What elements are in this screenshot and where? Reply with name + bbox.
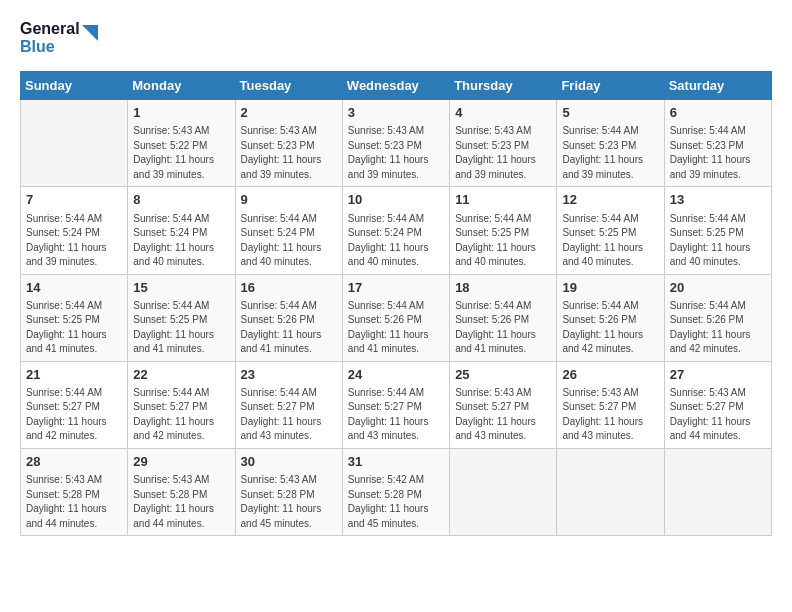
calendar-cell: 18Sunrise: 5:44 AMSunset: 5:26 PMDayligh… xyxy=(450,274,557,361)
calendar-cell: 10Sunrise: 5:44 AMSunset: 5:24 PMDayligh… xyxy=(342,187,449,274)
calendar-cell: 22Sunrise: 5:44 AMSunset: 5:27 PMDayligh… xyxy=(128,361,235,448)
day-number: 19 xyxy=(562,279,658,297)
cell-info: Sunrise: 5:44 AMSunset: 5:26 PMDaylight:… xyxy=(562,299,658,357)
weekday-header: Thursday xyxy=(450,72,557,100)
calendar-week-row: 14Sunrise: 5:44 AMSunset: 5:25 PMDayligh… xyxy=(21,274,772,361)
cell-info: Sunrise: 5:44 AMSunset: 5:23 PMDaylight:… xyxy=(670,124,766,182)
day-number: 21 xyxy=(26,366,122,384)
cell-info: Sunrise: 5:43 AMSunset: 5:27 PMDaylight:… xyxy=(562,386,658,444)
cell-info: Sunrise: 5:43 AMSunset: 5:23 PMDaylight:… xyxy=(348,124,444,182)
calendar-cell: 5Sunrise: 5:44 AMSunset: 5:23 PMDaylight… xyxy=(557,100,664,187)
day-number: 11 xyxy=(455,191,551,209)
logo-chevron-icon xyxy=(80,23,100,53)
day-number: 18 xyxy=(455,279,551,297)
day-number: 10 xyxy=(348,191,444,209)
cell-info: Sunrise: 5:44 AMSunset: 5:27 PMDaylight:… xyxy=(26,386,122,444)
day-number: 2 xyxy=(241,104,337,122)
weekday-header: Wednesday xyxy=(342,72,449,100)
calendar-cell: 27Sunrise: 5:43 AMSunset: 5:27 PMDayligh… xyxy=(664,361,771,448)
logo-graphic: General Blue xyxy=(20,20,100,55)
cell-info: Sunrise: 5:44 AMSunset: 5:25 PMDaylight:… xyxy=(670,212,766,270)
cell-info: Sunrise: 5:44 AMSunset: 5:27 PMDaylight:… xyxy=(133,386,229,444)
calendar-week-row: 21Sunrise: 5:44 AMSunset: 5:27 PMDayligh… xyxy=(21,361,772,448)
day-number: 27 xyxy=(670,366,766,384)
day-number: 3 xyxy=(348,104,444,122)
cell-info: Sunrise: 5:43 AMSunset: 5:23 PMDaylight:… xyxy=(455,124,551,182)
cell-info: Sunrise: 5:43 AMSunset: 5:28 PMDaylight:… xyxy=(133,473,229,531)
cell-info: Sunrise: 5:44 AMSunset: 5:27 PMDaylight:… xyxy=(348,386,444,444)
cell-info: Sunrise: 5:43 AMSunset: 5:28 PMDaylight:… xyxy=(241,473,337,531)
weekday-header: Tuesday xyxy=(235,72,342,100)
day-number: 15 xyxy=(133,279,229,297)
cell-info: Sunrise: 5:44 AMSunset: 5:26 PMDaylight:… xyxy=(455,299,551,357)
calendar-cell: 12Sunrise: 5:44 AMSunset: 5:25 PMDayligh… xyxy=(557,187,664,274)
day-number: 7 xyxy=(26,191,122,209)
day-number: 22 xyxy=(133,366,229,384)
calendar-cell: 17Sunrise: 5:44 AMSunset: 5:26 PMDayligh… xyxy=(342,274,449,361)
page-header: General Blue xyxy=(20,20,772,55)
calendar-cell: 23Sunrise: 5:44 AMSunset: 5:27 PMDayligh… xyxy=(235,361,342,448)
calendar-cell: 3Sunrise: 5:43 AMSunset: 5:23 PMDaylight… xyxy=(342,100,449,187)
calendar-cell: 1Sunrise: 5:43 AMSunset: 5:22 PMDaylight… xyxy=(128,100,235,187)
day-number: 13 xyxy=(670,191,766,209)
calendar-cell: 16Sunrise: 5:44 AMSunset: 5:26 PMDayligh… xyxy=(235,274,342,361)
calendar-table: SundayMondayTuesdayWednesdayThursdayFrid… xyxy=(20,71,772,536)
calendar-cell: 26Sunrise: 5:43 AMSunset: 5:27 PMDayligh… xyxy=(557,361,664,448)
day-number: 26 xyxy=(562,366,658,384)
day-number: 14 xyxy=(26,279,122,297)
day-number: 20 xyxy=(670,279,766,297)
day-number: 24 xyxy=(348,366,444,384)
cell-info: Sunrise: 5:43 AMSunset: 5:27 PMDaylight:… xyxy=(670,386,766,444)
cell-info: Sunrise: 5:44 AMSunset: 5:25 PMDaylight:… xyxy=(562,212,658,270)
calendar-week-row: 7Sunrise: 5:44 AMSunset: 5:24 PMDaylight… xyxy=(21,187,772,274)
weekday-header: Saturday xyxy=(664,72,771,100)
calendar-cell: 15Sunrise: 5:44 AMSunset: 5:25 PMDayligh… xyxy=(128,274,235,361)
weekday-header: Sunday xyxy=(21,72,128,100)
cell-info: Sunrise: 5:44 AMSunset: 5:25 PMDaylight:… xyxy=(133,299,229,357)
day-number: 28 xyxy=(26,453,122,471)
day-number: 1 xyxy=(133,104,229,122)
cell-info: Sunrise: 5:43 AMSunset: 5:28 PMDaylight:… xyxy=(26,473,122,531)
cell-info: Sunrise: 5:42 AMSunset: 5:28 PMDaylight:… xyxy=(348,473,444,531)
calendar-week-row: 1Sunrise: 5:43 AMSunset: 5:22 PMDaylight… xyxy=(21,100,772,187)
svg-marker-0 xyxy=(82,25,98,41)
calendar-cell: 30Sunrise: 5:43 AMSunset: 5:28 PMDayligh… xyxy=(235,448,342,535)
cell-info: Sunrise: 5:43 AMSunset: 5:23 PMDaylight:… xyxy=(241,124,337,182)
cell-info: Sunrise: 5:44 AMSunset: 5:24 PMDaylight:… xyxy=(348,212,444,270)
cell-info: Sunrise: 5:43 AMSunset: 5:22 PMDaylight:… xyxy=(133,124,229,182)
calendar-cell: 11Sunrise: 5:44 AMSunset: 5:25 PMDayligh… xyxy=(450,187,557,274)
calendar-cell: 9Sunrise: 5:44 AMSunset: 5:24 PMDaylight… xyxy=(235,187,342,274)
calendar-cell: 31Sunrise: 5:42 AMSunset: 5:28 PMDayligh… xyxy=(342,448,449,535)
day-number: 23 xyxy=(241,366,337,384)
calendar-cell xyxy=(21,100,128,187)
calendar-cell: 13Sunrise: 5:44 AMSunset: 5:25 PMDayligh… xyxy=(664,187,771,274)
day-number: 8 xyxy=(133,191,229,209)
cell-info: Sunrise: 5:44 AMSunset: 5:25 PMDaylight:… xyxy=(455,212,551,270)
calendar-cell xyxy=(557,448,664,535)
calendar-cell: 8Sunrise: 5:44 AMSunset: 5:24 PMDaylight… xyxy=(128,187,235,274)
cell-info: Sunrise: 5:44 AMSunset: 5:27 PMDaylight:… xyxy=(241,386,337,444)
calendar-cell: 29Sunrise: 5:43 AMSunset: 5:28 PMDayligh… xyxy=(128,448,235,535)
calendar-cell: 2Sunrise: 5:43 AMSunset: 5:23 PMDaylight… xyxy=(235,100,342,187)
cell-info: Sunrise: 5:44 AMSunset: 5:26 PMDaylight:… xyxy=(348,299,444,357)
calendar-cell: 6Sunrise: 5:44 AMSunset: 5:23 PMDaylight… xyxy=(664,100,771,187)
weekday-header: Monday xyxy=(128,72,235,100)
cell-info: Sunrise: 5:43 AMSunset: 5:27 PMDaylight:… xyxy=(455,386,551,444)
logo: General Blue xyxy=(20,20,100,55)
calendar-cell: 4Sunrise: 5:43 AMSunset: 5:23 PMDaylight… xyxy=(450,100,557,187)
cell-info: Sunrise: 5:44 AMSunset: 5:26 PMDaylight:… xyxy=(670,299,766,357)
cell-info: Sunrise: 5:44 AMSunset: 5:26 PMDaylight:… xyxy=(241,299,337,357)
header-row: SundayMondayTuesdayWednesdayThursdayFrid… xyxy=(21,72,772,100)
cell-info: Sunrise: 5:44 AMSunset: 5:24 PMDaylight:… xyxy=(133,212,229,270)
calendar-cell: 7Sunrise: 5:44 AMSunset: 5:24 PMDaylight… xyxy=(21,187,128,274)
day-number: 29 xyxy=(133,453,229,471)
calendar-week-row: 28Sunrise: 5:43 AMSunset: 5:28 PMDayligh… xyxy=(21,448,772,535)
calendar-cell xyxy=(450,448,557,535)
logo-text-blue: Blue xyxy=(20,38,80,56)
weekday-header: Friday xyxy=(557,72,664,100)
day-number: 16 xyxy=(241,279,337,297)
logo-text-general: General xyxy=(20,20,80,38)
cell-info: Sunrise: 5:44 AMSunset: 5:23 PMDaylight:… xyxy=(562,124,658,182)
calendar-cell: 14Sunrise: 5:44 AMSunset: 5:25 PMDayligh… xyxy=(21,274,128,361)
day-number: 12 xyxy=(562,191,658,209)
